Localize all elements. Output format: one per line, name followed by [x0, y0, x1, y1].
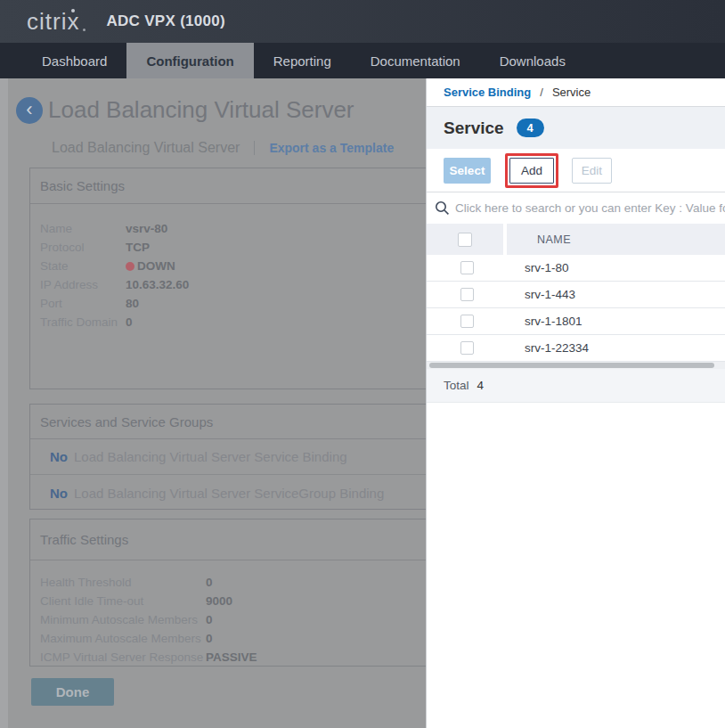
lb-vserver-subtab[interactable]: Load Balancing Virtual Server: [52, 140, 240, 156]
horizontal-scrollbar: [427, 362, 725, 369]
search-icon: [435, 200, 450, 216]
traffic-settings-card: Traffic Settings Health Threshold 0 Clie…: [29, 519, 426, 667]
product-title: ADC VPX (1000): [106, 12, 225, 30]
services-groups-card: Services and Service Groups No Load Bala…: [29, 404, 426, 510]
row-checkbox[interactable]: [460, 288, 474, 301]
basic-settings-title: Basic Settings: [30, 168, 426, 204]
table-header: NAME: [427, 224, 725, 255]
field-traffic-domain: Traffic Domain 0: [40, 313, 426, 331]
panel-toolbar: Select Add Edit: [427, 149, 725, 192]
row-checkbox-cell: [427, 288, 507, 301]
add-button-highlight-annotation: Add: [505, 153, 558, 188]
total-row: Total 4: [427, 369, 725, 403]
service-panel: Service Binding / Service Service 4 Sele…: [426, 78, 725, 728]
field-port: Port 80: [40, 294, 426, 313]
panel-title: Service: [444, 119, 504, 138]
total-value: 4: [477, 379, 485, 392]
breadcrumb-service-binding-link[interactable]: Service Binding: [444, 86, 531, 99]
search-input[interactable]: [455, 201, 725, 215]
horizontal-scrollbar-thumb[interactable]: [429, 363, 714, 368]
field-health-threshold: Health Threshold 0: [40, 573, 426, 592]
page-left-edge: [0, 78, 8, 728]
service-name: srv-1-80: [507, 261, 725, 274]
down-status-icon: [126, 262, 134, 271]
basic-settings-fields: Name vsrv-80 Protocol TCP State DOWN IP …: [30, 204, 426, 331]
table-header-checkbox-cell: [427, 224, 507, 255]
field-name: Name vsrv-80: [40, 219, 426, 238]
app-header: citrix ADC VPX (1000): [0, 0, 725, 43]
services-groups-title: Services and Service Groups: [30, 405, 426, 439]
field-state: State DOWN: [40, 257, 426, 275]
row-checkbox-cell: [427, 315, 507, 328]
search-bar: [427, 192, 725, 224]
row-checkbox[interactable]: [460, 315, 474, 328]
nav-tab-downloads[interactable]: Downloads: [480, 43, 585, 78]
service-binding-row[interactable]: No Load Balancing Virtual Server Service…: [30, 439, 426, 475]
service-name: srv-1-443: [507, 288, 725, 301]
page-subheader: Load Balancing Virtual Server Export as …: [52, 140, 394, 156]
field-client-idle-timeout: Client Idle Time-out 9000: [40, 592, 426, 610]
lb-vserver-page-dimmed: ‹ Load Balancing Virtual Server Load Bal…: [0, 78, 426, 728]
main-nav: Dashboard Configuration Reporting Docume…: [0, 43, 725, 78]
state-value: DOWN: [137, 259, 175, 273]
row-checkbox[interactable]: [460, 261, 474, 274]
nav-tab-dashboard[interactable]: Dashboard: [22, 43, 126, 78]
field-protocol: Protocol TCP: [40, 238, 426, 257]
nav-tab-documentation[interactable]: Documentation: [351, 43, 480, 78]
service-name: srv-1-1801: [507, 315, 725, 328]
nav-tab-reporting[interactable]: Reporting: [254, 43, 351, 78]
field-min-autoscale: Minimum Autoscale Members 0: [40, 610, 426, 629]
service-name: srv-1-22334: [507, 341, 725, 355]
breadcrumb-current: Service: [552, 86, 591, 99]
table-row[interactable]: srv-1-80: [427, 255, 725, 282]
row-checkbox[interactable]: [460, 341, 474, 355]
table-row[interactable]: srv-1-22334: [427, 335, 725, 362]
back-arrow-icon: ‹: [26, 100, 32, 119]
edit-button[interactable]: Edit: [572, 158, 612, 184]
page-title: Load Balancing Virtual Server: [48, 96, 354, 124]
field-ip-address: IP Address 10.63.32.60: [40, 275, 426, 294]
basic-settings-card: Basic Settings Name vsrv-80 Protocol TCP…: [29, 168, 426, 389]
citrix-logo[interactable]: citrix: [27, 10, 79, 33]
select-button[interactable]: Select: [444, 158, 491, 184]
app-window: citrix ADC VPX (1000) Dashboard Configur…: [0, 0, 725, 728]
total-label: Total: [444, 379, 469, 392]
add-button[interactable]: Add: [509, 158, 554, 184]
table-row[interactable]: srv-1-1801: [427, 308, 725, 335]
select-all-checkbox[interactable]: [458, 233, 472, 247]
breadcrumb-separator: /: [540, 86, 543, 99]
row-checkbox-cell: [427, 261, 507, 274]
traffic-settings-fields: Health Threshold 0 Client Idle Time-out …: [30, 560, 426, 667]
back-button[interactable]: ‹: [16, 97, 43, 124]
servicegroup-binding-row[interactable]: No Load Balancing Virtual Server Service…: [30, 475, 426, 511]
done-button[interactable]: Done: [31, 678, 114, 706]
logo-trademark-dot-icon: [83, 29, 86, 31]
field-max-autoscale: Maximum Autoscale Members 0: [40, 629, 426, 648]
name-column-header[interactable]: NAME: [507, 224, 725, 255]
traffic-settings-title: Traffic Settings: [30, 519, 426, 560]
breadcrumb: Service Binding / Service: [427, 78, 725, 107]
nav-tab-configuration[interactable]: Configuration: [126, 43, 253, 78]
export-template-link[interactable]: Export as a Template: [254, 141, 394, 155]
field-icmp-response: ICMP Virtual Server Response PASSIVE: [40, 648, 426, 667]
count-badge: 4: [517, 119, 544, 137]
row-checkbox-cell: [427, 341, 507, 355]
panel-title-bar: Service 4: [427, 107, 725, 149]
table-row[interactable]: srv-1-443: [427, 282, 725, 308]
